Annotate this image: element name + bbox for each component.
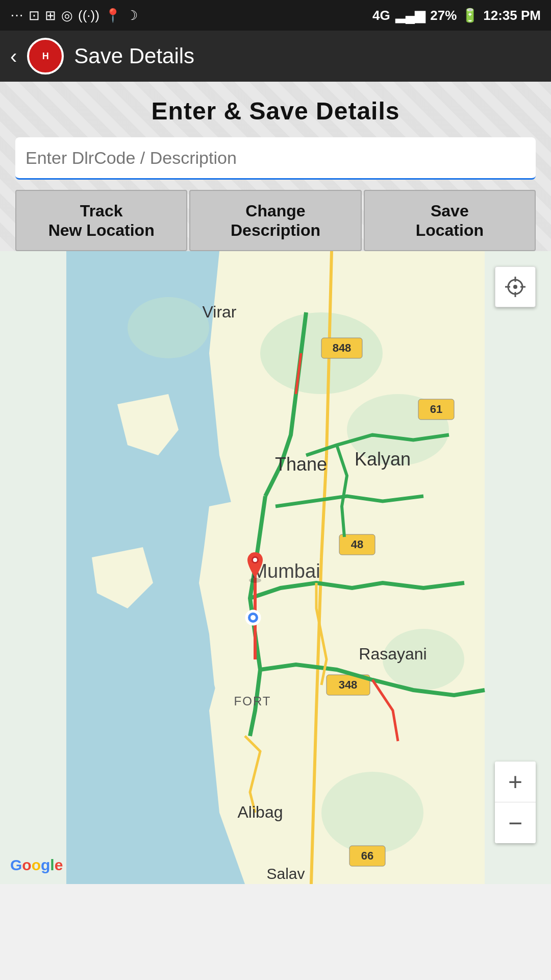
battery-label: 27% (430, 8, 457, 23)
svg-text:48: 48 (351, 538, 363, 551)
form-section: Enter & Save Details TrackNew Location C… (0, 82, 551, 251)
map-container[interactable]: 848 61 48 348 66 Virar Than (0, 251, 551, 884)
svg-point-32 (249, 578, 261, 583)
google-e: e (55, 856, 63, 873)
google-g: G (10, 856, 22, 873)
wifi-icon: ((·)) (78, 8, 99, 23)
battery-icon: 🔋 (462, 8, 478, 23)
svg-text:Salav: Salav (266, 865, 305, 882)
svg-point-9 (128, 297, 209, 358)
input-container (15, 137, 536, 180)
time-label: 12:35 PM (483, 8, 541, 23)
action-buttons-row: TrackNew Location ChangeDescription Save… (15, 190, 536, 251)
zoom-in-button[interactable]: + (495, 762, 536, 802)
svg-text:61: 61 (430, 403, 442, 415)
change-description-button[interactable]: ChangeDescription (189, 190, 361, 251)
status-bar: ⋯ ⊡ ⊞ ◎ ((·)) 📍 ☽ 4G ▂▄▆ 27% 🔋 12:35 PM (0, 0, 551, 31)
chrome-icon: ◎ (61, 8, 73, 23)
google-logo: Google (10, 856, 63, 874)
svg-text:Kalyan: Kalyan (355, 449, 411, 470)
svg-point-37 (251, 615, 256, 620)
app-logo: H (27, 38, 64, 75)
svg-text:FORT: FORT (234, 694, 271, 708)
google-l: l (50, 856, 54, 873)
google-o2: o (32, 856, 41, 873)
menu-icon: ⋯ (10, 8, 23, 23)
status-icons-left: ⋯ ⊡ ⊞ ◎ ((·)) 📍 ☽ (10, 8, 138, 23)
network-label: 4G (372, 8, 390, 23)
signal-bars: ▂▄▆ (395, 8, 425, 23)
target-icon (503, 275, 528, 299)
app-header: ‹ H Save Details (0, 31, 551, 82)
moon-icon: ☽ (126, 8, 138, 23)
location-icon: 📍 (105, 8, 121, 23)
form-title: Enter & Save Details (15, 97, 536, 125)
svg-text:Thane: Thane (275, 454, 327, 475)
google-g2: g (41, 856, 50, 873)
track-new-location-button[interactable]: TrackNew Location (15, 190, 187, 251)
svg-text:66: 66 (361, 849, 373, 862)
save-location-button[interactable]: SaveLocation (364, 190, 536, 251)
svg-point-39 (513, 285, 517, 289)
my-location-button[interactable] (495, 266, 536, 307)
cast-icon: ⊡ (29, 8, 40, 23)
gallery-icon: ⊞ (45, 8, 56, 23)
back-button[interactable]: ‹ (10, 45, 17, 68)
svg-text:848: 848 (333, 341, 352, 354)
svg-point-34 (253, 558, 257, 562)
header-title: Save Details (74, 44, 194, 68)
svg-text:348: 348 (339, 678, 358, 691)
map-svg: 848 61 48 348 66 Virar Than (0, 251, 551, 884)
google-o1: o (22, 856, 31, 873)
svg-text:Rasayani: Rasayani (359, 645, 427, 663)
zoom-controls: + − (495, 762, 536, 843)
dlr-input[interactable] (26, 137, 525, 178)
status-icons-right: 4G ▂▄▆ 27% 🔋 12:35 PM (372, 8, 541, 23)
zoom-out-button[interactable]: − (495, 802, 536, 843)
svg-text:Alibag: Alibag (238, 803, 283, 821)
svg-text:Virar: Virar (203, 303, 237, 321)
svg-point-8 (321, 772, 423, 853)
